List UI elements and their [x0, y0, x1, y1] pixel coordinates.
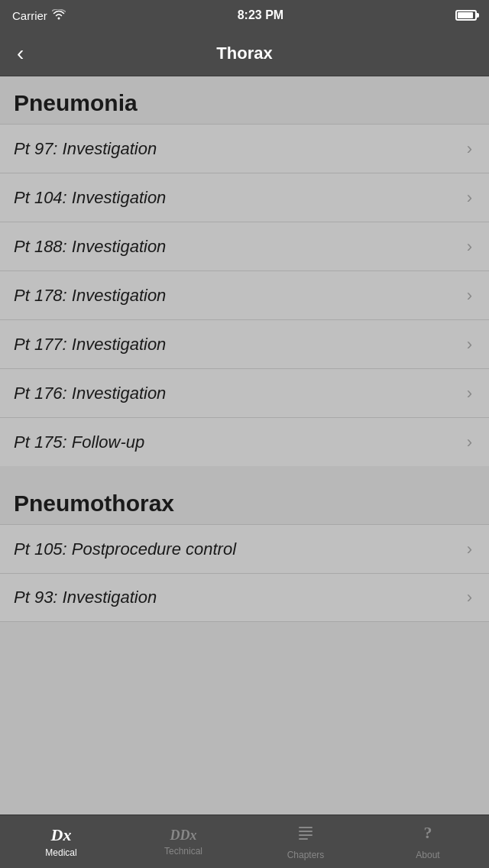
carrier-label: Carrier — [12, 9, 47, 22]
content-area: Pneumonia Pt 97: Investigation › Pt 104:… — [0, 76, 489, 815]
chevron-icon: › — [467, 188, 472, 208]
tab-technical[interactable]: DDx Technical — [122, 815, 244, 868]
section-title-pneumonia: Pneumonia — [14, 90, 138, 115]
tab-about-label: About — [416, 850, 439, 860]
list-item[interactable]: Pt 178: Investigation › — [0, 270, 489, 319]
ddx-icon: DDx — [170, 828, 197, 844]
chevron-icon: › — [467, 237, 472, 257]
tab-medical[interactable]: Dx Medical — [0, 815, 122, 868]
chevron-icon: › — [467, 539, 472, 559]
status-time: 8:23 PM — [238, 8, 283, 22]
svg-rect-1 — [299, 831, 313, 832]
tab-chapters[interactable]: Chapters — [244, 815, 367, 868]
list-item[interactable]: Pt 175: Follow-up › — [0, 417, 489, 466]
list-item[interactable]: Pt 188: Investigation › — [0, 222, 489, 270]
about-icon: ? — [418, 823, 438, 847]
section-title-pneumothorax: Pneumothorax — [14, 491, 174, 516]
list-item[interactable]: Pt 97: Investigation › — [0, 124, 489, 173]
section-header-pneumonia: Pneumonia — [0, 76, 489, 124]
status-right — [455, 10, 477, 21]
section-gap — [0, 466, 489, 477]
svg-rect-2 — [299, 834, 313, 836]
nav-bar: ‹ Thorax — [0, 31, 489, 76]
svg-text:?: ? — [424, 823, 432, 842]
tab-bar: Dx Medical DDx Technical Chapters ? Abou… — [0, 815, 489, 868]
back-button[interactable]: ‹ — [11, 37, 30, 70]
tab-chapters-label: Chapters — [287, 850, 325, 860]
chevron-icon: › — [467, 384, 472, 403]
list-item[interactable]: Pt 105: Postprocedure control › — [0, 524, 489, 573]
tab-medical-label: Medical — [45, 847, 76, 858]
status-left: Carrier — [12, 9, 66, 22]
wifi-icon — [52, 9, 66, 22]
chapters-icon — [296, 823, 316, 847]
list-item[interactable]: Pt 176: Investigation › — [0, 368, 489, 417]
list-item[interactable]: Pt 93: Investigation › — [0, 573, 489, 622]
chevron-icon: › — [467, 139, 472, 159]
list-item[interactable]: Pt 177: Investigation › — [0, 319, 489, 368]
svg-rect-3 — [299, 838, 308, 840]
chevron-icon: › — [467, 286, 472, 306]
svg-rect-0 — [299, 827, 313, 828]
dx-icon: Dx — [51, 825, 72, 845]
tab-about[interactable]: ? About — [367, 815, 489, 868]
list-item[interactable]: Pt 104: Investigation › — [0, 173, 489, 222]
tab-technical-label: Technical — [164, 846, 202, 857]
chevron-icon: › — [467, 432, 472, 452]
nav-title: Thorax — [216, 44, 272, 63]
section-header-pneumothorax: Pneumothorax — [0, 477, 489, 524]
chevron-icon: › — [467, 588, 472, 607]
battery-icon — [455, 10, 477, 21]
chevron-icon: › — [467, 335, 472, 355]
status-bar: Carrier 8:23 PM — [0, 0, 489, 31]
